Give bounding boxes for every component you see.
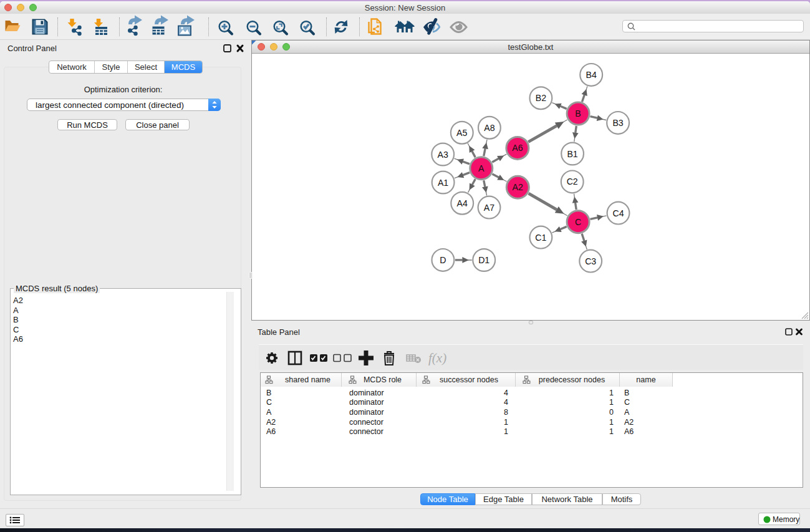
svg-text:B2: B2 [536, 93, 546, 103]
svg-text:C3: C3 [585, 256, 596, 266]
svg-text:C: C [575, 217, 581, 227]
svg-text:A7: A7 [484, 203, 494, 213]
svg-text:D: D [440, 255, 446, 265]
svg-text:B: B [575, 109, 581, 118]
svg-text:C4: C4 [612, 208, 624, 218]
svg-text:D1: D1 [478, 255, 489, 265]
svg-text:A3: A3 [438, 150, 448, 160]
svg-text:A: A [478, 163, 485, 173]
svg-text:B1: B1 [567, 149, 577, 159]
svg-text:B4: B4 [586, 70, 597, 80]
svg-text:A1: A1 [438, 178, 448, 188]
svg-text:A2: A2 [513, 182, 523, 192]
svg-text:A6: A6 [512, 143, 523, 153]
svg-text:C1: C1 [535, 233, 546, 243]
svg-text:C2: C2 [567, 177, 578, 186]
svg-text:A4: A4 [457, 198, 468, 208]
svg-text:B3: B3 [612, 118, 623, 128]
svg-text:A5: A5 [456, 128, 467, 138]
svg-text:f(x): f(x) [428, 351, 446, 365]
svg-text:A8: A8 [484, 123, 494, 133]
